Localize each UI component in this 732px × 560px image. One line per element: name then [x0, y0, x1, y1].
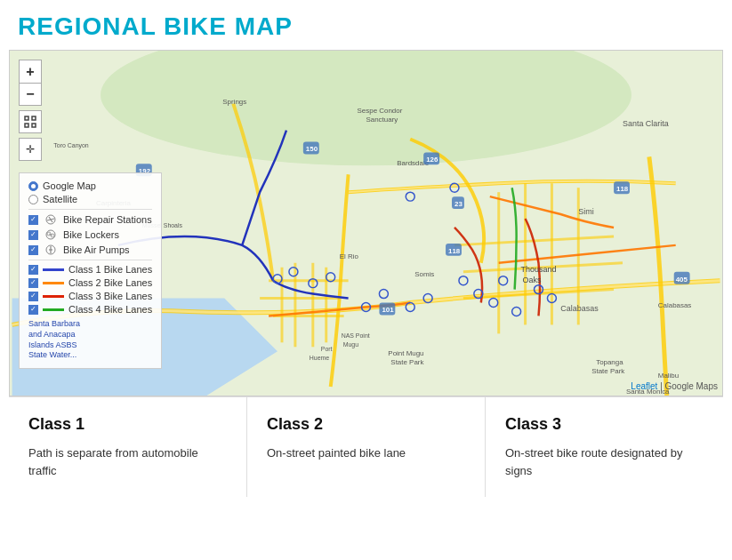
svg-text:Simi: Simi — [578, 207, 593, 216]
svg-text:Thousand: Thousand — [521, 265, 557, 274]
class2-checkbox[interactable] — [28, 278, 38, 288]
info-panels: Class 1 Path is separate from automobile… — [9, 396, 723, 497]
class1-checkbox[interactable] — [28, 265, 38, 275]
legend-bike-air[interactable]: Bike Air Pumps — [28, 244, 152, 256]
legend-class1[interactable]: Class 1 Bike Lanes — [28, 264, 152, 275]
panel-class2-desc: On-street painted bike lane — [267, 444, 465, 462]
legend-bike-lockers[interactable]: Bike Lockers — [28, 228, 152, 241]
class2-line — [43, 282, 64, 284]
map-overlay-text: Santa Barbaraand AnacapaIslands ASBSStat… — [28, 319, 152, 361]
legend-class2[interactable]: Class 2 Bike Lanes — [28, 277, 152, 288]
panel-class2: Class 2 On-street painted bike lane — [247, 397, 486, 497]
bike-repair-checkbox[interactable] — [28, 215, 38, 225]
class4-label: Class 4 Bike Lanes — [68, 304, 152, 315]
svg-text:Topanga: Topanga — [596, 358, 623, 366]
svg-text:101: 101 — [382, 306, 394, 314]
svg-text:Port: Port — [321, 346, 333, 352]
map-credit: Leaflet | Google Maps — [631, 381, 718, 391]
class2-label: Class 2 Bike Lanes — [68, 277, 152, 288]
svg-rect-78 — [25, 124, 28, 127]
map-container: Santa Clarita Sespe Condor Sanctuary Car… — [9, 50, 723, 396]
svg-text:Springs: Springs — [222, 98, 246, 106]
map-legend: Google Map Satellite Bike Repair Station… — [19, 172, 162, 369]
map-controls: + − ✛ — [19, 60, 42, 161]
panel-class2-title: Class 2 — [267, 415, 465, 434]
svg-text:126: 126 — [426, 156, 438, 164]
svg-rect-79 — [32, 124, 36, 127]
legend-google-map[interactable]: Google Map — [28, 180, 152, 191]
class1-label: Class 1 Bike Lanes — [68, 264, 152, 275]
bike-repair-label: Bike Repair Stations — [63, 214, 152, 225]
svg-text:Calabasas: Calabasas — [560, 304, 599, 313]
svg-text:Santa Clarita: Santa Clarita — [623, 119, 669, 128]
locate-button[interactable]: ✛ — [19, 138, 42, 161]
bike-lockers-label: Bike Lockers — [63, 229, 119, 240]
legend-class4[interactable]: Class 4 Bike Lanes — [28, 304, 152, 315]
svg-text:Hueme: Hueme — [310, 355, 330, 361]
satellite-label: Satellite — [43, 194, 77, 204]
svg-text:Sanctuary: Sanctuary — [366, 116, 398, 124]
svg-text:Calabasas: Calabasas — [658, 301, 692, 309]
svg-text:Somis: Somis — [414, 270, 434, 278]
google-maps-credit: | Google Maps — [660, 381, 718, 391]
svg-rect-77 — [32, 116, 36, 120]
class1-line — [43, 268, 64, 271]
zoom-out-button[interactable]: − — [19, 83, 42, 106]
google-map-radio[interactable] — [28, 181, 38, 191]
svg-text:NAS Point: NAS Point — [342, 332, 370, 339]
svg-text:23: 23 — [454, 200, 463, 208]
svg-text:El Rio: El Rio — [340, 252, 359, 260]
google-map-label: Google Map — [43, 180, 96, 191]
svg-text:Malibu: Malibu — [658, 372, 679, 380]
svg-text:405: 405 — [676, 276, 688, 284]
fullscreen-button[interactable] — [19, 110, 42, 133]
bike-air-checkbox[interactable] — [28, 245, 38, 255]
svg-text:Point Mugu: Point Mugu — [388, 349, 423, 357]
legend-satellite[interactable]: Satellite — [28, 194, 152, 204]
basemap-section: Google Map Satellite — [28, 180, 152, 204]
svg-text:150: 150 — [306, 145, 318, 153]
legend-class3[interactable]: Class 3 Bike Lanes — [28, 291, 152, 301]
svg-text:118: 118 — [448, 247, 461, 255]
svg-text:State Park: State Park — [390, 358, 423, 366]
bike-air-icon — [43, 244, 59, 256]
svg-text:118: 118 — [616, 185, 629, 193]
leaflet-credit[interactable]: Leaflet — [631, 381, 657, 391]
panel-class1-title: Class 1 — [28, 415, 227, 434]
svg-rect-76 — [25, 116, 28, 120]
bike-lockers-checkbox[interactable] — [28, 230, 38, 240]
satellite-radio[interactable] — [28, 195, 38, 204]
class3-line — [43, 295, 64, 298]
svg-text:Oaks: Oaks — [523, 276, 542, 284]
legend-bike-repair[interactable]: Bike Repair Stations — [28, 213, 152, 226]
class4-line — [43, 308, 64, 311]
panel-class3-desc: On-street bike route designated by signs — [505, 444, 704, 479]
svg-text:Sespe Condor: Sespe Condor — [358, 107, 403, 115]
svg-text:Toro Canyon: Toro Canyon — [53, 142, 89, 149]
class3-checkbox[interactable] — [28, 292, 38, 301]
page-title: REGIONAL BIKE MAP — [0, 0, 732, 50]
class3-label: Class 3 Bike Lanes — [68, 291, 152, 301]
svg-text:Mugu: Mugu — [343, 341, 359, 348]
zoom-in-button[interactable]: + — [19, 60, 42, 83]
svg-text:State Park: State Park — [591, 367, 624, 375]
bike-air-label: Bike Air Pumps — [63, 244, 130, 255]
panel-class1: Class 1 Path is separate from automobile… — [9, 397, 247, 497]
panel-class1-desc: Path is separate from automobile traffic — [28, 444, 227, 479]
bike-repair-icon — [43, 213, 59, 226]
bike-lockers-icon — [43, 228, 59, 241]
panel-class3: Class 3 On-street bike route designated … — [486, 397, 723, 497]
panel-class3-title: Class 3 — [505, 415, 704, 434]
class4-checkbox[interactable] — [28, 305, 38, 315]
